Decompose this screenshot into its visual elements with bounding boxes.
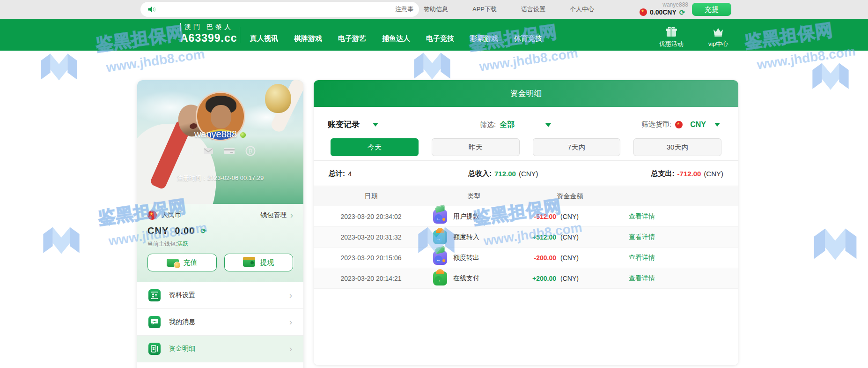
tab-30-days[interactable]: 30天内 — [633, 138, 721, 156]
logo-domain: A63399.cc — [180, 32, 237, 45]
watermark-logo — [37, 46, 81, 89]
transfer-in-icon: → — [433, 230, 447, 244]
view-detail-link[interactable]: 查看详情 — [629, 254, 655, 261]
topbar-username[interactable]: wanye888 — [646, 1, 688, 8]
chevron-right-icon[interactable]: › — [290, 211, 293, 219]
topbar-balance: 0.00CNY ⟳ — [640, 8, 685, 16]
promo-activities-button[interactable]: 优惠活动 — [653, 26, 690, 48]
table-row: 2023-03-20 20:34:02 ← 用户提款 -512.00 (CNY)… — [314, 206, 738, 227]
wallet-status: 当前主钱包:活跃 — [147, 240, 293, 248]
menu-item-profile-settings[interactable]: 资料设置 › — [137, 282, 303, 308]
tab-yesterday[interactable]: 昨天 — [432, 138, 520, 156]
filters-bar: 账变记录 筛选: 全部 筛选货币: CNY — [314, 107, 738, 138]
amount: +200.00 — [520, 275, 556, 282]
wallet-balance: CNY 0.00 — [147, 225, 195, 236]
menu-item-next[interactable] — [137, 362, 303, 368]
wallet-section: 人民币 钱包管理 › CNY 0.00 ⟳ 当前主钱包:活跃 充值 — [137, 204, 303, 282]
logo-brand-name: 澳門 巴黎人 — [180, 23, 237, 31]
profile-cover-photo: wanye888 ₿ — [137, 80, 303, 204]
user-withdraw-icon: ← — [433, 210, 447, 224]
nav-item-sports[interactable]: 体育竞技 — [514, 34, 542, 43]
deposit-button[interactable]: 充值 — [147, 254, 217, 271]
page: 注意事 赞助信息 APP下载 语言设置 个人中心 wanye888 0.00CN… — [0, 0, 868, 368]
china-flag-icon — [640, 8, 647, 16]
table-row: 2023-03-20 20:15:06 ← 额度转出 -200.00 (CNY)… — [314, 248, 738, 268]
nav-item-esports[interactable]: 电子竞技 — [426, 34, 454, 43]
transactions-table: 2023-03-20 20:34:02 ← 用户提款 -512.00 (CNY)… — [314, 206, 738, 289]
currency-name: 人民币 — [162, 211, 181, 219]
table-row: 2023-03-20 20:14:21 → 在线支付 +200.00 (CNY)… — [314, 268, 738, 289]
funds-detail-panel: 资金明细 账变记录 筛选: 全部 筛选货币: CNY 今天 昨天 7天内 30天… — [314, 80, 738, 365]
nav-item-card-games[interactable]: 棋牌游戏 — [294, 34, 322, 43]
speaker-icon — [147, 5, 156, 14]
profile-menu: 资料设置 › 我的消息 › 资金明细 › — [137, 282, 303, 368]
col-type: 类型 — [428, 192, 520, 201]
wallet-status-value: 活跃 — [177, 240, 188, 247]
svg-text:₿: ₿ — [248, 148, 252, 155]
filter-dropdown[interactable]: 筛选: 全部 — [480, 120, 551, 130]
summary-expense: 总支出: -712.00 (CNY) — [651, 169, 723, 178]
summary-income: 总收入: 712.00 (CNY) — [468, 169, 538, 178]
top-link-language[interactable]: 语言设置 — [521, 5, 545, 14]
funds-detail-icon — [148, 343, 161, 355]
bitcoin-icon[interactable]: ₿ — [245, 146, 256, 156]
amount: -200.00 — [520, 254, 556, 262]
summary-bar: 总计: 4 总收入: 712.00 (CNY) 总支出: -712.00 (CN… — [314, 160, 738, 186]
nav-item-live-casino[interactable]: 真人视讯 — [250, 34, 278, 43]
recharge-withdraw-button[interactable]: 充提 — [692, 3, 731, 16]
currency-filter-dropdown[interactable]: 筛选货币: CNY — [641, 120, 720, 129]
wallet-manage-link[interactable]: 钱包管理 — [260, 211, 287, 219]
watermark-logo — [40, 219, 83, 263]
view-detail-link[interactable]: 查看详情 — [629, 274, 655, 282]
trophy-graphic — [265, 84, 291, 113]
withdraw-icon — [243, 259, 255, 267]
top-link-profile-center[interactable]: 个人中心 — [570, 5, 594, 14]
caret-down-icon — [714, 123, 720, 127]
chevron-right-icon: › — [289, 291, 292, 300]
announcement-marquee[interactable]: 注意事 — [140, 2, 419, 17]
top-links: 赞助信息 APP下载 语言设置 个人中心 — [424, 0, 594, 19]
site-logo[interactable]: 澳門 巴黎人 A63399.cc — [180, 23, 237, 45]
profile-card: wanye888 ₿ — [137, 80, 303, 368]
nav-item-slots[interactable]: 电子游艺 — [338, 34, 366, 43]
profile-username: wanye888 — [137, 129, 303, 140]
vip-center-button[interactable]: vip中心 — [699, 26, 737, 48]
record-type-dropdown[interactable]: 账变记录 — [328, 119, 378, 130]
chevron-right-icon: › — [289, 317, 292, 327]
refresh-balance-icon[interactable]: ⟳ — [679, 9, 685, 16]
transfer-out-icon: ← — [433, 251, 447, 265]
view-detail-link[interactable]: 查看详情 — [629, 212, 655, 220]
top-link-app-download[interactable]: APP下载 — [472, 5, 497, 14]
col-amount: 资金金额 — [520, 192, 620, 201]
mail-icon[interactable] — [203, 146, 213, 156]
top-link-sponsor[interactable]: 赞助信息 — [424, 5, 448, 14]
promo-activities-label: 优惠活动 — [659, 40, 684, 47]
watermark — [787, 206, 868, 277]
menu-item-funds-detail[interactable]: 资金明细 › — [137, 335, 303, 362]
amount: -512.00 — [520, 213, 556, 220]
menu-item-my-messages[interactable]: 我的消息 › — [137, 308, 303, 335]
chevron-right-icon: › — [289, 344, 292, 354]
wallet-refresh-icon[interactable]: ⟳ — [200, 227, 206, 234]
phone-icon[interactable] — [185, 146, 193, 156]
verified-badge-icon — [240, 132, 246, 138]
gift-icon — [665, 26, 677, 38]
date-range-tabs: 今天 昨天 7天内 30天内 — [331, 138, 721, 156]
nav-items: 真人视讯 棋牌游戏 电子游艺 捕鱼达人 电子竞技 彩票游戏 体育竞技 — [250, 34, 542, 43]
tab-today[interactable]: 今天 — [331, 138, 419, 156]
col-date: 日期 — [314, 192, 428, 201]
top-utility-bar: 注意事 赞助信息 APP下载 语言设置 个人中心 wanye888 0.00CN… — [0, 0, 868, 19]
withdraw-button[interactable]: 提现 — [224, 254, 294, 271]
currency-flag-icon — [147, 210, 157, 220]
watermark-logo — [810, 219, 861, 270]
deposit-icon — [167, 259, 179, 267]
marquee-text: 注意事 — [395, 5, 413, 14]
tab-7-days[interactable]: 7天内 — [533, 138, 621, 156]
amount: +512.00 — [520, 233, 556, 241]
crown-icon — [712, 26, 724, 38]
nav-item-lottery[interactable]: 彩票游戏 — [470, 34, 498, 43]
nav-item-fishing[interactable]: 捕鱼达人 — [382, 34, 410, 43]
bank-card-icon[interactable] — [224, 146, 235, 156]
view-detail-link[interactable]: 查看详情 — [629, 233, 655, 240]
watermark-logo — [809, 55, 852, 98]
